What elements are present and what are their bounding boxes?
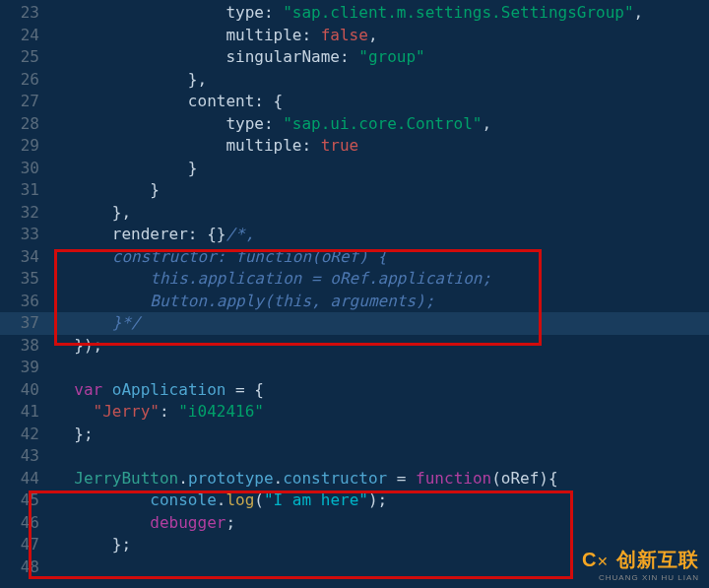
watermark-brand: 创新互联	[616, 549, 699, 570]
line-number: 39	[0, 357, 55, 379]
line-number: 37	[0, 312, 55, 335]
code-line[interactable]: content: {	[55, 91, 709, 113]
line-number: 36	[0, 291, 55, 313]
code-line[interactable]: "Jerry": "i042416"	[55, 401, 709, 424]
code-line[interactable]: };	[55, 424, 709, 446]
code-line[interactable]: }	[55, 158, 709, 180]
line-number: 34	[0, 246, 55, 269]
line-number: 48	[0, 556, 55, 579]
line-number: 30	[0, 158, 55, 180]
code-line[interactable]	[55, 357, 709, 379]
line-number: 24	[0, 25, 55, 47]
code-line[interactable]: },	[55, 69, 709, 92]
line-number: 28	[0, 113, 55, 136]
code-line[interactable]: type: "sap.ui.core.Control",	[55, 113, 709, 136]
line-number: 41	[0, 401, 55, 424]
code-line[interactable]: JerryButton.prototype.constructor = func…	[55, 468, 709, 490]
line-number: 47	[0, 534, 55, 556]
line-number: 32	[0, 202, 55, 225]
line-number: 29	[0, 135, 55, 158]
watermark-sub: CHUANG XIN HU LIAN	[582, 573, 699, 582]
line-number: 45	[0, 490, 55, 512]
line-number: 38	[0, 335, 55, 358]
code-editor[interactable]: 2324252627282930313233343536373839404142…	[0, 0, 709, 588]
line-number: 23	[0, 2, 55, 25]
line-number: 25	[0, 46, 55, 69]
code-line[interactable]: singularName: "group"	[55, 46, 709, 69]
line-number: 42	[0, 424, 55, 446]
code-line[interactable]: renderer: {}/*,	[55, 224, 709, 246]
code-line[interactable]: multiple: true	[55, 135, 709, 158]
code-line[interactable]: }*/	[55, 312, 709, 335]
line-number: 35	[0, 268, 55, 291]
code-line[interactable]: Button.apply(this, arguments);	[55, 291, 709, 313]
watermark-logo: C✕ 创新互联 CHUANG XIN HU LIAN	[582, 547, 699, 582]
code-line[interactable]: console.log("I am here");	[55, 490, 709, 512]
line-number: 43	[0, 445, 55, 468]
code-line[interactable]: constructor: function(oRef) {	[55, 246, 709, 269]
line-number: 40	[0, 379, 55, 402]
code-line[interactable]: multiple: false,	[55, 25, 709, 47]
code-line[interactable]: },	[55, 202, 709, 225]
code-line[interactable]: this.application = oRef.application;	[55, 268, 709, 291]
code-line[interactable]: }	[55, 179, 709, 202]
code-line[interactable]: type: "sap.client.m.settings.SettingsGro…	[55, 2, 709, 25]
code-line[interactable]: });	[55, 335, 709, 358]
line-number: 46	[0, 512, 55, 535]
line-number: 33	[0, 224, 55, 246]
code-line[interactable]: debugger;	[55, 512, 709, 535]
code-line[interactable]	[55, 445, 709, 468]
code-line[interactable]: var oApplication = {	[55, 379, 709, 402]
code-content[interactable]: type: "sap.client.m.settings.SettingsGro…	[55, 0, 709, 588]
line-number-gutter: 2324252627282930313233343536373839404142…	[0, 0, 55, 588]
line-number: 27	[0, 91, 55, 113]
line-number: 31	[0, 179, 55, 202]
line-number: 26	[0, 69, 55, 92]
line-number: 44	[0, 468, 55, 490]
